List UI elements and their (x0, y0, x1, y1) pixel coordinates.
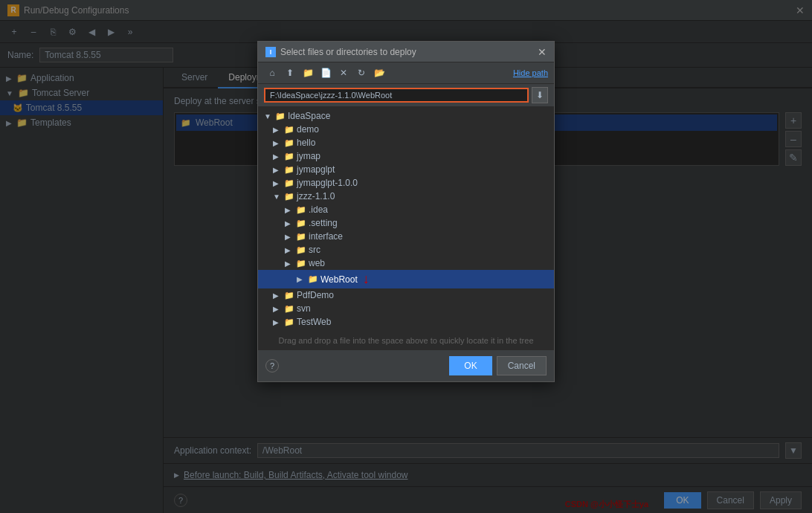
modal-buttons: ? OK Cancel (258, 349, 554, 381)
tree-item-hello[interactable]: ▶ 📁 hello (258, 136, 554, 149)
modal-close-button[interactable]: ✕ (538, 46, 547, 58)
modal-home-button[interactable]: ⌂ (264, 65, 280, 80)
modal-open-button[interactable]: 📂 (371, 65, 387, 80)
modal-delete-button[interactable]: ✕ (335, 65, 352, 80)
modal-ok-button[interactable]: OK (449, 356, 492, 375)
tree-item-jymapglpt100[interactable]: ▶ 📁 jymapglpt-1.0.0 (258, 176, 554, 190)
modal-title-text: Select files or directories to deploy (280, 47, 416, 57)
testweb-label: TestWeb (297, 317, 331, 327)
tree-item-jymap[interactable]: ▶ 📁 jymap (258, 149, 554, 163)
jzzz110-folder-icon: 📁 (284, 192, 294, 201)
tree-item-src[interactable]: ▶ 📁 src (258, 243, 554, 256)
pdfdemo-label: PdfDemo (297, 290, 334, 300)
path-download-button[interactable]: ⬇ (532, 87, 548, 103)
tree-item-pdfdemo[interactable]: ▶ 📁 PdfDemo (258, 288, 554, 302)
web-label: web (309, 258, 325, 268)
tree-item-ideaspace[interactable]: ▼ 📁 IdeaSpace (258, 109, 554, 123)
path-row: ⬇ (258, 84, 554, 106)
modal-overlay: I Select files or directories to deploy … (0, 0, 812, 513)
svn-expand-icon: ▶ (273, 305, 282, 313)
jzzz110-label: jzzz-1.1.0 (297, 191, 335, 201)
red-arrow-indicator: ↓ (363, 271, 370, 287)
tree-item-jzzz110[interactable]: ▼ 📁 jzzz-1.1.0 (258, 190, 554, 203)
path-input[interactable] (264, 88, 529, 103)
web-folder-icon: 📁 (296, 259, 306, 268)
modal-cancel-button[interactable]: Cancel (497, 356, 547, 375)
modal-new-folder-button[interactable]: 📁 (300, 65, 316, 80)
tree-item-svn[interactable]: ▶ 📁 svn (258, 302, 554, 315)
src-expand-icon: ▶ (285, 246, 294, 254)
tree-item-setting[interactable]: ▶ 📁 .setting (258, 216, 554, 230)
demo-label: demo (297, 124, 319, 135)
jymap-expand-icon: ▶ (273, 152, 282, 161)
file-select-modal: I Select files or directories to deploy … (257, 41, 555, 382)
modal-toolbar: ⌂ ⬆ 📁 📄 ✕ ↻ 📂 Hide path (258, 62, 554, 84)
hello-folder-icon: 📁 (284, 138, 294, 148)
demo-folder-icon: 📁 (284, 125, 294, 135)
jymap-label: jymap (297, 151, 320, 161)
modal-parent-button[interactable]: ⬆ (282, 65, 298, 80)
jzzz110-expand-icon: ▼ (273, 193, 282, 201)
setting-expand-icon: ▶ (285, 219, 294, 228)
idea-expand-icon: ▶ (285, 206, 294, 214)
tree-item-testweb[interactable]: ▶ 📁 TestWeb (258, 315, 554, 329)
hello-label: hello (297, 138, 315, 148)
ideaspace-folder-icon: 📁 (275, 112, 286, 121)
testweb-expand-icon: ▶ (273, 318, 282, 326)
webroot-expand-icon: ▶ (297, 275, 306, 283)
jymapglpt100-expand-icon: ▶ (273, 179, 282, 187)
jymapglpt-folder-icon: 📁 (284, 165, 294, 175)
idea-label: .idea (309, 204, 328, 215)
testweb-folder-icon: 📁 (284, 317, 294, 327)
idea-folder-icon: 📁 (296, 205, 306, 215)
jymap-folder-icon: 📁 (284, 152, 294, 161)
src-label: src (309, 245, 320, 255)
setting-folder-icon: 📁 (296, 219, 306, 228)
jymapglpt100-label: jymapglpt-1.0.0 (297, 178, 358, 188)
tree-item-webroot[interactable]: ▶ 📁 WebRoot ↓ (258, 270, 554, 288)
drag-drop-hint: Drag and drop a file into the space abov… (258, 332, 554, 349)
tree-item-interface[interactable]: ▶ 📁 interface (258, 230, 554, 243)
modal-title-bar: I Select files or directories to deploy … (258, 42, 554, 62)
svn-label: svn (297, 303, 311, 314)
interface-expand-icon: ▶ (285, 233, 294, 241)
webroot-label: WebRoot (320, 274, 358, 285)
tree-item-web[interactable]: ▶ 📁 web (258, 256, 554, 270)
modal-btn-group: OK Cancel (449, 356, 547, 375)
modal-title-icon: I (265, 47, 276, 57)
pdfdemo-folder-icon: 📁 (284, 291, 294, 300)
tree-item-jymapglpt[interactable]: ▶ 📁 jymapglpt (258, 163, 554, 176)
web-expand-icon: ▶ (285, 259, 294, 268)
modal-new-file-button[interactable]: 📄 (318, 65, 334, 80)
pdfdemo-expand-icon: ▶ (273, 291, 282, 300)
modal-help-button[interactable]: ? (265, 359, 279, 372)
interface-label: interface (309, 231, 343, 242)
hello-expand-icon: ▶ (273, 139, 282, 147)
ideaspace-expand-icon: ▼ (264, 112, 273, 120)
webroot-folder-icon: 📁 (308, 274, 318, 284)
hide-path-button[interactable]: Hide path (513, 68, 548, 77)
jymapglpt100-folder-icon: 📁 (284, 178, 294, 188)
ideaspace-label: IdeaSpace (288, 111, 330, 121)
file-tree: ▼ 📁 IdeaSpace ▶ 📁 demo ▶ 📁 hello (258, 106, 554, 332)
interface-folder-icon: 📁 (296, 232, 306, 242)
svn-folder-icon: 📁 (284, 304, 294, 314)
modal-title-left: I Select files or directories to deploy (265, 47, 416, 57)
jymapglpt-expand-icon: ▶ (273, 166, 282, 174)
modal-refresh-button[interactable]: ↻ (353, 65, 370, 80)
setting-label: .setting (309, 218, 338, 228)
src-folder-icon: 📁 (296, 245, 306, 255)
tree-item-idea[interactable]: ▶ 📁 .idea (258, 203, 554, 216)
main-window: R Run/Debug Configurations ✕ + – ⎘ ⚙ ◀ ▶… (0, 0, 812, 513)
jymapglpt-label: jymapglpt (297, 164, 335, 175)
tree-item-demo[interactable]: ▶ 📁 demo (258, 123, 554, 136)
modal-toolbar-left: ⌂ ⬆ 📁 📄 ✕ ↻ 📂 (264, 65, 387, 80)
demo-expand-icon: ▶ (273, 126, 282, 134)
